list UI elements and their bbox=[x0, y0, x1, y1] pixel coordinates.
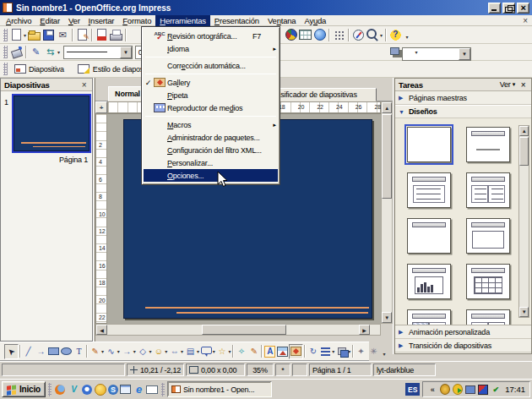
scroll-up-icon[interactable]: ▲ bbox=[382, 102, 392, 113]
layout-blank[interactable] bbox=[407, 127, 451, 162]
arrow-tool-button[interactable]: → bbox=[35, 344, 47, 359]
taskbar-grip[interactable] bbox=[48, 383, 52, 396]
object-size-field[interactable]: 0,00 x 0,00 bbox=[186, 363, 245, 376]
combo-arrow-icon[interactable] bbox=[120, 46, 132, 58]
gallery-button[interactable] bbox=[289, 344, 303, 359]
basic-shapes-button[interactable]: ◇▾ bbox=[136, 344, 152, 359]
menu-item-personalizar[interactable]: Personalizar... bbox=[144, 156, 278, 169]
table-button[interactable] bbox=[298, 27, 312, 42]
section-disenos[interactable]: ▼Diseños bbox=[395, 105, 531, 118]
toolbar-grip[interactable] bbox=[3, 46, 8, 58]
layout-title-slide[interactable] bbox=[466, 127, 510, 162]
help-button[interactable]: ? bbox=[388, 27, 403, 42]
restore-button[interactable] bbox=[502, 3, 515, 14]
fontwork-button[interactable]: A bbox=[263, 344, 276, 359]
language-indicator[interactable]: ES bbox=[405, 383, 420, 396]
close-panel-icon[interactable] bbox=[79, 80, 89, 90]
zoom-button[interactable]: ▾ bbox=[366, 27, 383, 42]
volume-icon[interactable] bbox=[465, 385, 475, 395]
section-transicion-de-diapositivas[interactable]: ▶Transición de diapositivas bbox=[395, 339, 531, 353]
hide-chevron-icon[interactable]: « bbox=[427, 385, 437, 395]
line-style-combo[interactable] bbox=[63, 46, 133, 59]
block-arrows-button[interactable]: ⇔▾ bbox=[168, 344, 184, 359]
view-menu-button[interactable]: Ver bbox=[500, 80, 515, 89]
firefox-icon[interactable] bbox=[54, 383, 67, 396]
close-button[interactable] bbox=[517, 3, 529, 14]
layout-title-clipart-text[interactable] bbox=[407, 309, 451, 325]
cursor-position-field[interactable]: 10,21 / -2,12 bbox=[127, 363, 184, 376]
layout-title-two-content[interactable] bbox=[466, 172, 510, 208]
menubar-item-editar[interactable]: Editar bbox=[35, 15, 64, 26]
slide-thumbnail[interactable] bbox=[14, 96, 90, 151]
menubar-item-insertar[interactable]: Insertar bbox=[84, 15, 119, 26]
combo-arrow-icon[interactable] bbox=[459, 48, 470, 60]
antivirus-shield-icon[interactable]: ✔ bbox=[491, 385, 501, 395]
outlook-express-icon[interactable] bbox=[146, 383, 159, 396]
export-pdf-button[interactable] bbox=[95, 27, 109, 42]
symbol-shapes-button[interactable]: ☺▾ bbox=[152, 344, 168, 359]
text-tool-button[interactable]: T bbox=[73, 344, 85, 359]
line-button[interactable]: ✎ bbox=[29, 45, 43, 60]
flowchart-shapes-button[interactable]: ▤▾ bbox=[184, 344, 200, 359]
diapositiva-button[interactable]: Diapositiva bbox=[9, 62, 68, 77]
rotate-button[interactable]: ↻ bbox=[307, 344, 319, 359]
page-field[interactable]: Página 1 / 1 bbox=[309, 363, 372, 376]
animation-effect-button[interactable]: ✳ bbox=[367, 344, 380, 359]
interaction-button[interactable]: ✦ bbox=[355, 344, 367, 359]
layouts-scrollbar[interactable]: ▲ ▼ bbox=[518, 125, 529, 318]
section-paginas-maestras[interactable]: ▶Páginas maestras bbox=[395, 91, 531, 105]
scroll-down-icon[interactable]: ▼ bbox=[519, 307, 529, 317]
taskbar-grip[interactable] bbox=[161, 383, 165, 396]
rectangle-tool-button[interactable] bbox=[47, 344, 60, 359]
layout-title-content[interactable] bbox=[407, 172, 451, 208]
menubar-item-formato[interactable]: Formato bbox=[118, 15, 155, 26]
layouts-scroll-thumb[interactable] bbox=[519, 137, 529, 166]
grid-button[interactable] bbox=[332, 27, 346, 42]
print-button[interactable] bbox=[109, 27, 123, 42]
menubar-item-ventana[interactable]: Ventana bbox=[263, 15, 301, 26]
toolbar-overflow-button[interactable] bbox=[412, 46, 421, 59]
menu-item-gallery[interactable]: ✓Gallery bbox=[144, 76, 278, 89]
chart-button[interactable] bbox=[284, 27, 298, 42]
media-player-icon[interactable] bbox=[81, 383, 94, 396]
ellipse-tool-button[interactable] bbox=[60, 344, 73, 359]
close-document-icon[interactable] bbox=[520, 16, 530, 25]
edit-points-button[interactable]: ✧ bbox=[235, 344, 247, 359]
taskbar-clock[interactable]: 17:41 bbox=[503, 385, 525, 394]
curve-tool-button[interactable]: ✎▾ bbox=[89, 344, 105, 359]
zoom-field[interactable]: 35% bbox=[247, 363, 274, 376]
connector-tool-button[interactable]: ∿▾ bbox=[105, 344, 121, 359]
arrow-style-button[interactable]: ⇆▾ bbox=[43, 45, 61, 60]
menu-item-macros[interactable]: Macros► bbox=[144, 118, 278, 131]
toolbar-overflow-button[interactable] bbox=[380, 345, 388, 358]
freeform-line-button[interactable]: ✎ bbox=[247, 344, 260, 359]
layout-title-chart[interactable] bbox=[407, 264, 451, 299]
minimize-button[interactable] bbox=[488, 3, 501, 14]
open-button[interactable] bbox=[27, 27, 41, 42]
menubar-item-ayuda[interactable]: Ayuda bbox=[300, 15, 330, 26]
from-file-button[interactable] bbox=[276, 344, 289, 359]
update-shield-icon[interactable] bbox=[453, 385, 463, 395]
openoffice-icon[interactable]: V bbox=[68, 383, 80, 396]
menu-item-reproductor-de-medios[interactable]: Reproductor de medios bbox=[144, 101, 278, 114]
star-shapes-button[interactable]: ☆▾ bbox=[216, 344, 232, 359]
lines-arrows-tool-button[interactable]: →▾ bbox=[121, 344, 137, 359]
select-button[interactable]: ➤ bbox=[4, 344, 19, 359]
layout-title-only[interactable] bbox=[407, 218, 451, 254]
arrange-button[interactable]: ▾ bbox=[335, 344, 351, 359]
menu-item-opciones[interactable]: Opciones... bbox=[144, 169, 278, 182]
internet-explorer-icon[interactable]: e bbox=[133, 383, 145, 396]
vertical-ruler[interactable]: 246810121416182022 bbox=[95, 113, 107, 324]
vertical-scrollbar[interactable]: ▲ ▼ bbox=[381, 101, 393, 324]
scroll-left-icon[interactable]: ◀ bbox=[96, 325, 107, 335]
ruler-origin-button[interactable]: + bbox=[95, 101, 107, 113]
new-document-button[interactable]: ▾ bbox=[9, 27, 27, 42]
save-button[interactable] bbox=[41, 27, 56, 42]
menubar-item-presentacion[interactable]: Presentación bbox=[210, 15, 263, 26]
hyperlink-button[interactable] bbox=[312, 27, 327, 42]
menu-item-idioma[interactable]: Idioma► bbox=[144, 42, 278, 55]
styles-button[interactable] bbox=[9, 45, 24, 60]
menu-item-configuracion-del-filtro-xml[interactable]: Configuración del filtro XML... bbox=[144, 144, 278, 156]
task-button[interactable]: Sin nombre1 - Open... bbox=[167, 381, 272, 397]
traffic-chart-icon[interactable] bbox=[478, 385, 488, 395]
